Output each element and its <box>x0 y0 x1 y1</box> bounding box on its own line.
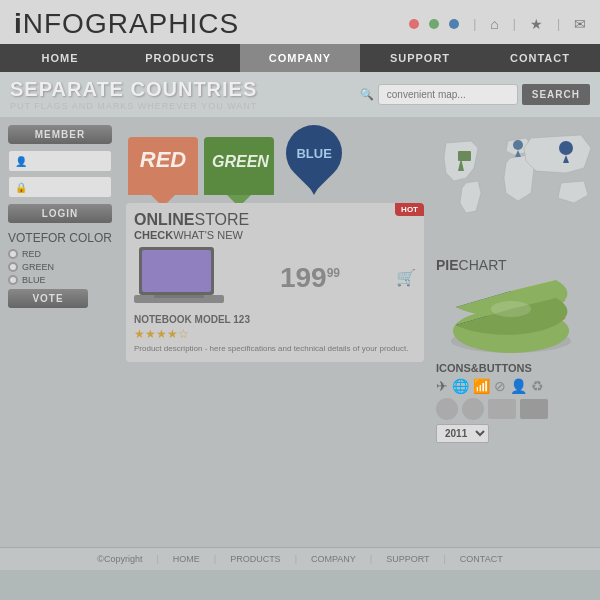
title-i: i <box>14 8 23 39</box>
svg-point-13 <box>491 301 531 317</box>
icons-row: ✈ 🌐 📶 ⊘ 👤 ♻ <box>436 378 594 394</box>
year-select[interactable]: 2011 2012 2013 <box>436 424 489 443</box>
footer-home[interactable]: HOME <box>173 554 200 564</box>
sidebar: MEMBER 👤 🔒 LOGIN VOTEFOR COLOR RED GREEN… <box>0 117 120 547</box>
rss-icon[interactable]: 📶 <box>473 378 490 394</box>
world-map-svg <box>436 123 594 243</box>
search-heading-area: SEPARATE COUNTRIES PUT FLAGS AND MARKS W… <box>10 78 352 111</box>
nav-support[interactable]: SUPPORT <box>360 44 480 72</box>
person-icon[interactable]: 👤 <box>510 378 527 394</box>
login-button[interactable]: LOGIN <box>8 204 112 223</box>
blue-label: BLUE <box>296 146 331 161</box>
vote-section: VOTEFOR COLOR RED GREEN BLUE VOTE <box>8 231 112 308</box>
product-stars: ★★★★☆ <box>134 327 416 341</box>
price-display: 19999 <box>280 262 340 294</box>
footer-support[interactable]: SUPPORT <box>386 554 429 564</box>
user-icon: 👤 <box>15 156 27 167</box>
search-input[interactable] <box>378 84 518 105</box>
circle-btn-2[interactable] <box>462 398 484 420</box>
nav-company[interactable]: COMPANY <box>240 44 360 72</box>
svg-rect-6 <box>458 151 471 161</box>
pie-chart-svg <box>436 273 591 353</box>
title-rest: NFOGRAPHICS <box>23 8 239 39</box>
search-bar: SEPARATE COUNTRIES PUT FLAGS AND MARKS W… <box>0 72 600 117</box>
banners-row: RED GREEN BLUE <box>120 117 430 199</box>
content-right: PIECHART <box>430 117 600 547</box>
green-label: GREEN <box>204 137 274 195</box>
separator2: | <box>513 17 516 31</box>
square-btn-1[interactable] <box>488 399 516 419</box>
pin-body: BLUE <box>274 113 353 192</box>
pie-section: PIECHART <box>436 257 594 356</box>
page-heading: SEPARATE COUNTRIES <box>10 78 352 101</box>
product-description: Product description - here specification… <box>134 343 416 354</box>
footer-company[interactable]: COMPANY <box>311 554 356 564</box>
nav-products[interactable]: PRODUCTS <box>120 44 240 72</box>
star-icon[interactable]: ★ <box>530 16 543 32</box>
separator: | <box>473 17 476 31</box>
footer-products[interactable]: PRODUCTS <box>230 554 281 564</box>
header-icons: | ⌂ | ★ | ✉ <box>409 16 586 32</box>
icons-title: ICONS&BUTTONS <box>436 362 594 374</box>
svg-point-9 <box>559 141 573 155</box>
main-nav: HOME PRODUCTS COMPANY SUPPORT CONTACT <box>0 44 600 72</box>
square-btn-2[interactable] <box>520 399 548 419</box>
mail-icon[interactable]: ✉ <box>574 16 586 32</box>
member-box: MEMBER <box>8 125 112 144</box>
search-icon: 🔍 <box>360 88 374 101</box>
header: iNFOGRAPHICS | ⌂ | ★ | ✉ <box>0 0 600 44</box>
radio-green[interactable] <box>8 262 18 272</box>
lock-icon: 🔒 <box>15 182 27 193</box>
site-title: iNFOGRAPHICS <box>14 8 239 40</box>
page-subheading: PUT FLAGS AND MARKS WHEREVER YOU WANT <box>10 101 352 111</box>
nav-contact[interactable]: CONTACT <box>480 44 600 72</box>
recycle-icon[interactable]: ♻ <box>531 378 544 394</box>
laptop-area: 19999 🛒 <box>134 245 416 310</box>
vote-heading: VOTEFOR COLOR <box>8 231 112 245</box>
search-button[interactable]: SEARCH <box>522 84 590 105</box>
dot-blue-icon <box>449 19 459 29</box>
radio-red[interactable] <box>8 249 18 259</box>
pie-title: PIECHART <box>436 257 594 273</box>
button-row: 2011 2012 2013 <box>436 398 594 443</box>
store-subtitle: CHECKWHAT'S NEW <box>134 229 416 241</box>
radio-blue[interactable] <box>8 275 18 285</box>
vote-green[interactable]: GREEN <box>8 262 112 272</box>
laptop-svg <box>134 245 224 310</box>
store-section: HOT ONLINESTORE CHECKWHAT'S NEW 19999 <box>126 203 424 362</box>
separator3: | <box>557 17 560 31</box>
dot-green-icon <box>429 19 439 29</box>
blue-banner: BLUE <box>280 125 340 195</box>
world-map-area <box>436 123 594 253</box>
content-middle: RED GREEN BLUE HOT ONLINESTORE <box>120 117 430 547</box>
search-controls: 🔍 SEARCH <box>360 84 590 105</box>
hot-badge: HOT <box>395 203 424 216</box>
footer-contact[interactable]: CONTACT <box>460 554 503 564</box>
copyright: ©Copyright <box>97 554 142 564</box>
red-label: RED <box>128 137 198 195</box>
vote-blue[interactable]: BLUE <box>8 275 112 285</box>
icons-section: ICONS&BUTTONS ✈ 🌐 📶 ⊘ 👤 ♻ 2011 2012 2013 <box>436 362 594 447</box>
product-name: NOTEBOOK MODEL 123 <box>134 314 416 325</box>
svg-point-7 <box>513 140 523 150</box>
main-content: MEMBER 👤 🔒 LOGIN VOTEFOR COLOR RED GREEN… <box>0 117 600 547</box>
green-banner: GREEN <box>204 137 274 195</box>
vote-button[interactable]: VOTE <box>8 289 88 308</box>
username-field[interactable]: 👤 <box>8 150 112 172</box>
plane-icon[interactable]: ✈ <box>436 378 448 394</box>
svg-rect-3 <box>154 295 204 298</box>
red-banner: RED <box>128 137 198 195</box>
svg-rect-1 <box>142 250 211 292</box>
footer: ©Copyright | HOME | PRODUCTS | COMPANY |… <box>0 547 600 570</box>
no-icon[interactable]: ⊘ <box>494 378 506 394</box>
vote-red[interactable]: RED <box>8 249 112 259</box>
dot-red-icon <box>409 19 419 29</box>
store-title: ONLINESTORE <box>134 211 416 229</box>
circle-btn-1[interactable] <box>436 398 458 420</box>
home-icon[interactable]: ⌂ <box>490 16 498 32</box>
cart-icon[interactable]: 🛒 <box>396 268 416 287</box>
nav-home[interactable]: HOME <box>0 44 120 72</box>
globe-icon[interactable]: 🌐 <box>452 378 469 394</box>
password-field[interactable]: 🔒 <box>8 176 112 198</box>
